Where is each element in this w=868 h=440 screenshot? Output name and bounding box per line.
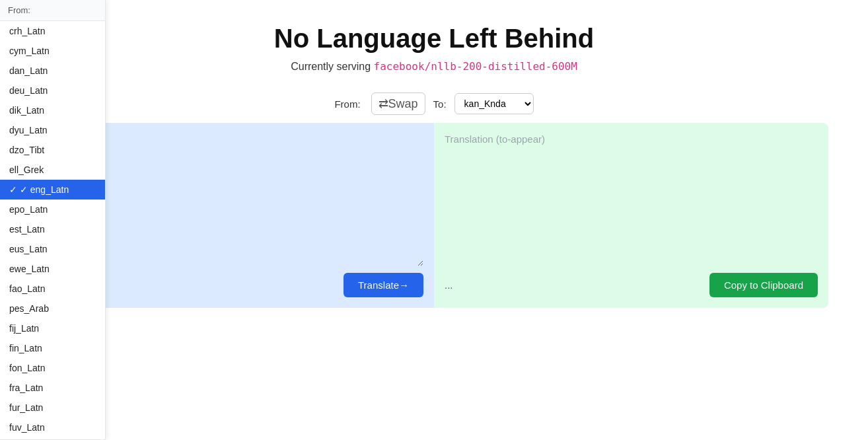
copy-to-clipboard-button[interactable]: Copy to Clipboard xyxy=(709,273,818,297)
language-item-crh_Latn[interactable]: crh_Latn xyxy=(0,21,105,41)
sidebar-from-label: From: xyxy=(8,5,30,15)
translation-area: Translate→ Translation (to-appear) ... C… xyxy=(40,123,828,308)
language-item-fao_Latn[interactable]: fao_Latn xyxy=(0,279,105,299)
to-language-select[interactable]: kan_Knda xyxy=(454,93,534,114)
language-item-fur_Latn[interactable]: fur_Latn xyxy=(0,398,105,418)
language-item-est_Latn[interactable]: est_Latn xyxy=(0,219,105,239)
language-item-fij_Latn[interactable]: fij_Latn xyxy=(0,318,105,338)
language-item-eus_Latn[interactable]: eus_Latn xyxy=(0,239,105,259)
translate-button[interactable]: Translate→ xyxy=(344,273,423,297)
language-item-fon_Latn[interactable]: fon_Latn xyxy=(0,358,105,378)
subtitle: Currently serving facebook/nllb-200-dist… xyxy=(0,60,868,73)
language-item-deu_Latn[interactable]: deu_Latn xyxy=(0,81,105,100)
language-list: crh_Latncym_Latndan_Latndeu_Latndik_Latn… xyxy=(0,21,105,440)
translation-output: Translation (to-appear) xyxy=(445,133,818,266)
language-item-fin_Latn[interactable]: fin_Latn xyxy=(0,338,105,358)
header: No Language Left Behind Currently servin… xyxy=(0,0,868,83)
target-panel: Translation (to-appear) ... Copy to Clip… xyxy=(434,123,828,308)
language-item-dik_Latn[interactable]: dik_Latn xyxy=(0,100,105,120)
swap-label: Swap xyxy=(388,97,418,111)
language-item-eng_Latn[interactable]: ✓ eng_Latn xyxy=(0,180,105,200)
language-item-epo_Latn[interactable]: epo_Latn xyxy=(0,200,105,219)
page-title: No Language Left Behind xyxy=(0,24,868,54)
language-item-cym_Latn[interactable]: cym_Latn xyxy=(0,41,105,61)
target-panel-footer: ... Copy to Clipboard xyxy=(445,273,818,297)
language-item-gla_Latn[interactable]: gla_Latn xyxy=(0,437,105,440)
swap-button[interactable]: ⇄ Swap xyxy=(371,92,425,115)
page-container: From: crh_Latncym_Latndan_Latndeu_Latndi… xyxy=(0,0,868,440)
source-panel-footer: Translate→ xyxy=(50,273,423,297)
swap-icon: ⇄ xyxy=(379,96,388,111)
language-item-ell_Grek[interactable]: ell_Grek xyxy=(0,160,105,180)
language-item-ewe_Latn[interactable]: ewe_Latn xyxy=(0,259,105,279)
source-textarea[interactable] xyxy=(50,133,423,266)
ellipsis-indicator: ... xyxy=(445,279,453,291)
language-item-dzo_Tibt[interactable]: dzo_Tibt xyxy=(0,140,105,160)
language-item-fra_Latn[interactable]: fra_Latn xyxy=(0,378,105,398)
to-label: To: xyxy=(433,98,447,110)
language-item-pes_Arab[interactable]: pes_Arab xyxy=(0,299,105,318)
language-item-fuv_Latn[interactable]: fuv_Latn xyxy=(0,418,105,437)
language-item-dyu_Latn[interactable]: dyu_Latn xyxy=(0,120,105,140)
controls-row: From: ⇄ Swap To: kan_Knda xyxy=(0,83,868,123)
from-label: From: xyxy=(334,98,360,110)
model-link[interactable]: facebook/nllb-200-distilled-600M xyxy=(374,60,577,73)
language-sidebar: From: crh_Latncym_Latndan_Latndeu_Latndi… xyxy=(0,0,106,440)
sidebar-from-row: From: xyxy=(0,0,105,21)
language-item-dan_Latn[interactable]: dan_Latn xyxy=(0,61,105,81)
